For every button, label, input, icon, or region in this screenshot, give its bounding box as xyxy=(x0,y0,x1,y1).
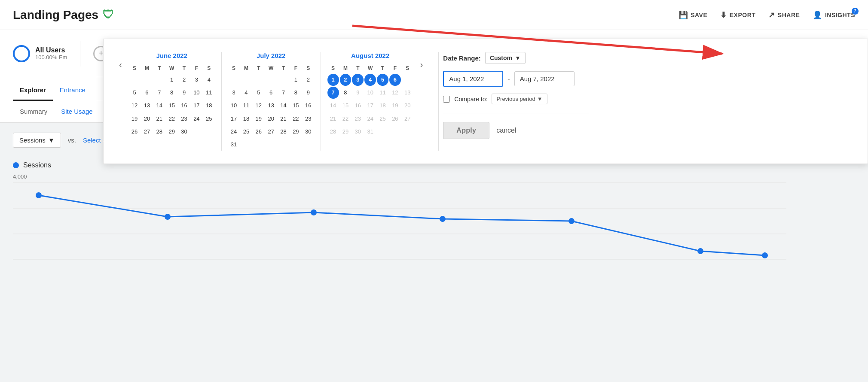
cal-day[interactable]: 27 xyxy=(265,126,277,138)
cal-day[interactable]: 14 xyxy=(278,100,289,112)
cal-day[interactable]: 13 xyxy=(141,100,153,112)
aug-day-14[interactable]: 14 xyxy=(327,100,339,112)
start-date-input[interactable] xyxy=(443,71,503,87)
cal-day[interactable]: 5 xyxy=(129,87,141,99)
aug-day-23[interactable]: 23 xyxy=(352,113,364,125)
cancel-button[interactable]: cancel xyxy=(496,127,516,134)
share-button[interactable]: ↗ SHARE xyxy=(768,10,800,20)
cal-day[interactable]: 6 xyxy=(265,87,277,99)
cal-day[interactable]: 2 xyxy=(178,74,190,86)
cal-day[interactable]: 28 xyxy=(153,126,165,138)
cal-day[interactable]: 7 xyxy=(153,87,165,99)
aug-day-18[interactable]: 18 xyxy=(377,100,388,112)
cal-day[interactable]: 6 xyxy=(141,87,153,99)
date-range-dropdown[interactable]: Custom ▼ xyxy=(485,52,526,64)
aug-day-22[interactable]: 22 xyxy=(340,113,351,125)
aug-day-13[interactable]: 13 xyxy=(402,87,413,99)
next-month-button[interactable]: › xyxy=(418,55,426,74)
aug-day-1[interactable]: 1 xyxy=(327,74,339,86)
aug-day-17[interactable]: 17 xyxy=(364,100,376,112)
cal-day[interactable]: 25 xyxy=(203,113,215,125)
cal-day[interactable]: 26 xyxy=(253,126,264,138)
aug-day-15[interactable]: 15 xyxy=(340,100,351,112)
cal-day[interactable]: 13 xyxy=(265,100,277,112)
all-users-segment[interactable]: All Users 100.00% Em xyxy=(13,45,67,62)
aug-day-2[interactable]: 2 xyxy=(340,74,351,86)
aug-day-4[interactable]: 4 xyxy=(364,74,376,86)
aug-day-10[interactable]: 10 xyxy=(364,87,376,99)
cal-day[interactable]: 3 xyxy=(228,87,240,99)
compare-period-dropdown[interactable]: Previous period ▼ xyxy=(492,94,547,104)
cal-day[interactable]: 29 xyxy=(290,126,302,138)
cal-day[interactable]: 23 xyxy=(303,113,314,125)
cal-day[interactable]: 26 xyxy=(129,126,141,138)
cal-day[interactable]: 31 xyxy=(228,139,240,151)
cal-day[interactable]: 19 xyxy=(253,113,264,125)
cal-day[interactable]: 20 xyxy=(141,113,153,125)
cal-day[interactable]: 12 xyxy=(253,100,264,112)
aug-day-20[interactable]: 20 xyxy=(402,100,413,112)
cal-day[interactable]: 10 xyxy=(228,100,240,112)
cal-day[interactable]: 3 xyxy=(191,74,202,86)
aug-day-6[interactable]: 6 xyxy=(389,74,401,86)
aug-day-19[interactable]: 19 xyxy=(389,100,401,112)
prev-month-button[interactable]: ‹ xyxy=(116,55,125,74)
tab-site-usage[interactable]: Site Usage xyxy=(54,102,99,122)
cal-day[interactable]: 22 xyxy=(290,113,302,125)
aug-day-7[interactable]: 7 xyxy=(327,87,339,99)
cal-day[interactable]: 8 xyxy=(166,87,177,99)
cal-day[interactable]: 30 xyxy=(178,126,190,138)
cal-day[interactable]: 16 xyxy=(303,100,314,112)
sessions-dropdown[interactable]: Sessions ▼ xyxy=(13,133,61,148)
cal-day[interactable]: 25 xyxy=(241,126,252,138)
cal-day[interactable]: 9 xyxy=(303,87,314,99)
cal-day[interactable]: 19 xyxy=(129,113,141,125)
cal-day[interactable]: 4 xyxy=(241,87,252,99)
cal-day[interactable]: 21 xyxy=(153,113,165,125)
cal-day[interactable]: 18 xyxy=(241,113,252,125)
compare-checkbox[interactable] xyxy=(443,96,450,103)
cal-day[interactable]: 28 xyxy=(278,126,289,138)
aug-day-25[interactable]: 25 xyxy=(377,113,388,125)
insights-button[interactable]: 👤 INSIGHTS 7 xyxy=(813,10,855,20)
aug-day-24[interactable]: 24 xyxy=(364,113,376,125)
cal-day[interactable]: 24 xyxy=(228,126,240,138)
cal-day[interactable]: 5 xyxy=(253,87,264,99)
aug-day-31[interactable]: 31 xyxy=(364,126,376,138)
cal-day[interactable]: 11 xyxy=(203,87,215,99)
cal-day[interactable]: 27 xyxy=(141,126,153,138)
cal-day[interactable]: 30 xyxy=(303,126,314,138)
cal-day[interactable]: 29 xyxy=(166,126,177,138)
aug-day-27[interactable]: 27 xyxy=(402,113,413,125)
save-button[interactable]: 💾 SAVE xyxy=(679,10,708,20)
cal-day[interactable]: 12 xyxy=(129,100,141,112)
cal-day[interactable]: 10 xyxy=(191,87,202,99)
cal-day[interactable]: 14 xyxy=(153,100,165,112)
cal-day[interactable]: 15 xyxy=(290,100,302,112)
aug-day-26[interactable]: 26 xyxy=(389,113,401,125)
cal-day[interactable]: 17 xyxy=(228,113,240,125)
apply-button[interactable]: Apply xyxy=(443,122,489,139)
aug-day-28[interactable]: 28 xyxy=(327,126,339,138)
cal-day[interactable]: 1 xyxy=(290,74,302,86)
cal-day[interactable]: 22 xyxy=(166,113,177,125)
aug-day-3[interactable]: 3 xyxy=(352,74,364,86)
end-date-input[interactable] xyxy=(514,71,575,86)
aug-day-30[interactable]: 30 xyxy=(352,126,364,138)
export-button[interactable]: ⬇ EXPORT xyxy=(720,10,755,20)
cal-day[interactable]: 18 xyxy=(203,100,215,112)
aug-day-9[interactable]: 9 xyxy=(352,87,364,99)
aug-day-29[interactable]: 29 xyxy=(340,126,351,138)
cal-day[interactable]: 8 xyxy=(290,87,302,99)
aug-day-11[interactable]: 11 xyxy=(377,87,388,99)
aug-day-12[interactable]: 12 xyxy=(389,87,401,99)
cal-day[interactable]: 16 xyxy=(178,100,190,112)
aug-day-16[interactable]: 16 xyxy=(352,100,364,112)
cal-day[interactable]: 1 xyxy=(166,74,177,86)
cal-day[interactable]: 7 xyxy=(278,87,289,99)
tab-explorer[interactable]: Explorer xyxy=(13,80,53,101)
aug-day-5[interactable]: 5 xyxy=(377,74,388,86)
aug-day-8[interactable]: 8 xyxy=(340,87,351,99)
cal-day[interactable]: 4 xyxy=(203,74,215,86)
cal-day[interactable]: 23 xyxy=(178,113,190,125)
